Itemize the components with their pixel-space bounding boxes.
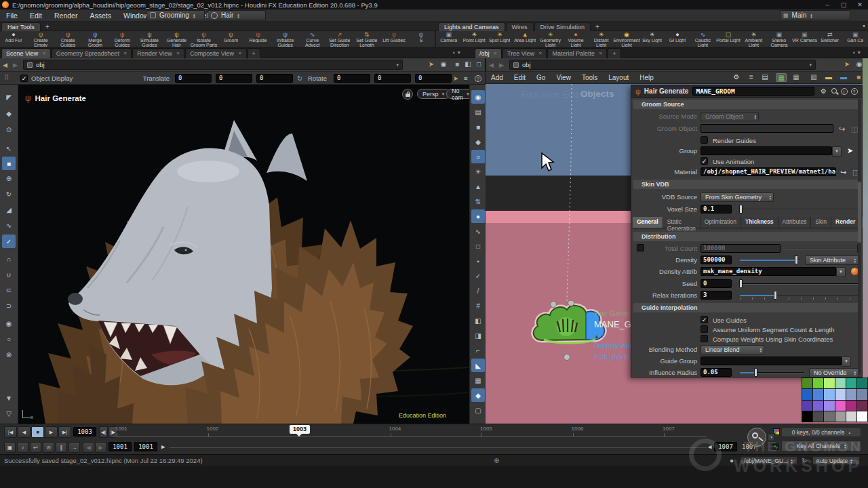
forward-range-icon[interactable]: ▶	[95, 442, 106, 453]
pin-icon[interactable]: ➤	[426, 60, 437, 68]
select-tool-icon[interactable]: ↖	[2, 142, 16, 155]
param-tab-thickness[interactable]: Thickness	[741, 217, 778, 228]
palette-swatch-23[interactable]	[857, 411, 867, 422]
prev-key-button[interactable]: ◀|	[99, 426, 108, 438]
headlight-icon[interactable]: ▲	[471, 180, 485, 193]
secure-selection-icon[interactable]: ■	[2, 157, 16, 170]
highlight-icon[interactable]: ○	[471, 150, 485, 163]
shelf-tool-lift-guides[interactable]: ψLift Guides	[380, 32, 408, 43]
shelf-tool-distant-light[interactable]: ☀Distant Light	[589, 32, 614, 47]
flipbook-icon[interactable]: ▼	[2, 391, 16, 405]
palette-swatch-4[interactable]	[846, 378, 856, 388]
network-menu-help[interactable]: Help	[634, 74, 659, 81]
pane-tab-scene-view[interactable]: Scene View✕	[1, 48, 51, 58]
rotate-y-field[interactable]: 0	[374, 74, 411, 83]
snap-grid-icon[interactable]: ∩	[2, 252, 16, 266]
3d-viewport[interactable]: ψ Hair Generate Persp▼ No cam▼ Education…	[18, 85, 469, 424]
influence-radius-field[interactable]: 0.05	[701, 368, 732, 377]
section-guide-interpolation[interactable]: Guide Interpolation	[633, 303, 860, 312]
palette-swatch-21[interactable]	[835, 411, 846, 422]
range-start2-field[interactable]: 1001	[134, 442, 157, 451]
node-name-label[interactable]: MANE_GROOM	[594, 319, 631, 329]
voxel-size-slider[interactable]	[740, 205, 861, 214]
object-display-checkbox[interactable]: ✓	[20, 75, 28, 82]
param-tab-static-generation[interactable]: Static Generation	[663, 217, 701, 228]
menu-file[interactable]: File	[0, 12, 24, 20]
influence-override-select[interactable]: No Override▴▾	[809, 368, 859, 378]
current-frame-field[interactable]: 1003	[73, 427, 96, 436]
construction-plane-icon[interactable]: ◉	[2, 317, 16, 330]
uv-display-icon[interactable]: ◨	[471, 329, 485, 342]
palette-swatch-19[interactable]	[813, 411, 823, 422]
density-attrib-field[interactable]: msk_mane_density	[701, 267, 836, 276]
palette-swatch-16[interactable]	[846, 401, 856, 411]
shelf-tool-curve-advect[interactable]: ∿Curve Advect	[299, 32, 326, 47]
pin-view-icon[interactable]: ◆	[471, 135, 485, 148]
path-dropdown-icon[interactable]: ▾	[396, 62, 399, 68]
translate-x-field[interactable]: 0	[175, 74, 212, 83]
menu-edit[interactable]: Edit	[24, 12, 48, 20]
help-icon[interactable]: ?	[475, 75, 481, 82]
range-end-field[interactable]: 1007	[714, 442, 737, 451]
pane-tab-tree-view[interactable]: Tree View✕	[502, 48, 547, 58]
current-node-path-select[interactable]: /obj/MANE_GU...▴▾	[741, 456, 797, 465]
translate-y-field[interactable]: 0	[216, 74, 252, 83]
keyframe-icon[interactable]: ➤	[453, 75, 458, 82]
material-shading-icon[interactable]: ●	[471, 209, 485, 223]
palette-swatch-1[interactable]	[813, 378, 823, 388]
range-slider[interactable]	[170, 447, 707, 448]
relax-iterations-slider[interactable]	[740, 291, 861, 300]
palette-swatch-7[interactable]	[813, 389, 823, 399]
netbar-display-colors-icon[interactable]: ▦	[776, 73, 787, 82]
minimize-button[interactable]: –	[819, 1, 835, 8]
shelf-tab-lights-and-cameras[interactable]: Lights and Cameras	[438, 22, 505, 31]
tab-close-icon[interactable]: ✕	[238, 51, 241, 56]
pane-tab-composite-view[interactable]: Composite View✕	[185, 48, 246, 58]
network-path-field[interactable]: obj ▾	[509, 60, 816, 70]
use-animation-checkbox[interactable]: ✓	[701, 157, 708, 165]
shelf-tool-environment-light[interactable]: ◉Environment Light	[614, 32, 639, 47]
shelf-tool-reguide[interactable]: ψReguide	[245, 32, 272, 43]
play-button[interactable]: ▶	[45, 426, 58, 438]
shelf-tool-set-guide-direction[interactable]: ↗Set Guide Direction	[326, 32, 353, 47]
search-icon[interactable]	[829, 87, 839, 95]
shelf-tab-drive-simulation[interactable]: Drive Simulation	[534, 22, 591, 31]
netbar-rows-icon[interactable]: ▤	[760, 73, 770, 81]
relax-iterations-field[interactable]: 3	[701, 291, 732, 300]
shelf-tool-set-guide-length[interactable]: ⇅Set Guide Length	[353, 32, 380, 47]
section-skin-vdb[interactable]: Skin VDB	[633, 180, 860, 189]
wireframe-icon[interactable]: ∿	[471, 224, 485, 238]
palette-swatch-17[interactable]	[857, 401, 867, 411]
use-guides-checkbox[interactable]: ✓	[701, 316, 708, 323]
tab-close-icon[interactable]: ✕	[538, 51, 542, 56]
shelf-tool-gi-light[interactable]: ●GI Light	[665, 32, 690, 43]
jump-end-button[interactable]: ▶|	[58, 426, 71, 438]
tab-close-icon[interactable]: ✕	[123, 51, 127, 56]
light-tool-icon[interactable]: ⊙	[2, 123, 16, 136]
palette-swatch-14[interactable]	[824, 401, 834, 411]
assume-uniform-checkbox[interactable]	[701, 325, 708, 333]
shelf-tool-switcher[interactable]: ⇄Switcher	[817, 32, 842, 43]
shelf-tool-initialize-guides[interactable]: ψInitialize Guides	[272, 32, 299, 47]
node-name-field[interactable]: MANE_GROOM	[692, 87, 814, 96]
snap-multi-icon[interactable]: ⊃	[2, 299, 16, 312]
rotate-handle-icon[interactable]: ↻	[297, 75, 302, 82]
shaded-cube-icon[interactable]: ◧	[462, 60, 473, 68]
shelf-tool-geometry-light[interactable]: ☀Geometry Light	[538, 32, 563, 47]
geometry-cube-icon[interactable]: ■	[452, 60, 462, 68]
density-field[interactable]: 500000	[701, 256, 732, 264]
range-start-field[interactable]: 1001	[108, 442, 132, 451]
network-menu-go[interactable]: Go	[531, 74, 551, 81]
node-reference-icon[interactable]: ↪	[839, 124, 845, 134]
guide-display-icon[interactable]: ◆	[471, 388, 485, 402]
shelf-tool-groom[interactable]: ψGroom	[218, 32, 245, 43]
param-tab-general[interactable]: General	[633, 217, 663, 228]
shelf-tool-caustic-light[interactable]: ∿Caustic Light	[690, 32, 715, 47]
recook-icon[interactable]: ↻	[802, 457, 807, 464]
shelf-tool-add-fur[interactable]: ●Add Fur	[0, 32, 27, 43]
seed-field[interactable]: 0	[701, 279, 732, 288]
desktop-selector-grooming[interactable]: Grooming ▴▾	[146, 10, 205, 20]
white-cube-icon[interactable]: □	[473, 60, 484, 68]
netbar-parms-icon[interactable]: ≡	[746, 73, 757, 81]
shelf-tool-portal-light[interactable]: ▢Portal Light	[715, 32, 741, 43]
